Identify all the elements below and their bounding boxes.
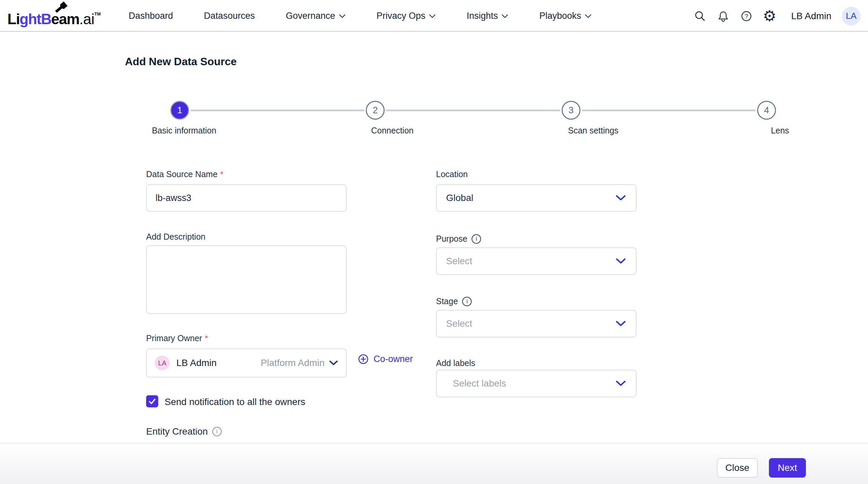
entity-creation-label: Entity Creation i	[146, 426, 222, 437]
location-label: Location	[436, 170, 468, 179]
data-source-name-input[interactable]	[146, 184, 347, 212]
close-button[interactable]: Close	[717, 458, 758, 478]
nav-item-insights[interactable]: Insights	[467, 11, 508, 21]
label-text: Location	[436, 170, 468, 179]
chevron-down-icon	[616, 321, 626, 327]
required-asterisk: *	[220, 170, 223, 179]
lightbeam-logo[interactable]: LightBeam.aiTM	[7, 5, 98, 28]
nav-item-label: Insights	[467, 11, 498, 21]
purpose-placeholder: Select	[446, 256, 472, 267]
owner-name: LB Admin	[176, 358, 217, 368]
nav-item-label: Governance	[286, 11, 335, 21]
nav-item-governance[interactable]: Governance	[286, 11, 346, 21]
add-co-owner-button[interactable]: Co-owner	[358, 354, 413, 364]
label-text: Entity Creation	[146, 426, 208, 437]
primary-owner-label: Primary Owner *	[146, 333, 208, 343]
nav-item-label: Playbooks	[539, 11, 581, 21]
checkmark-icon	[148, 397, 157, 406]
description-label: Add Description	[146, 232, 205, 242]
plus-circle-icon	[358, 354, 369, 364]
user-avatar[interactable]: LA	[842, 7, 861, 26]
step-connector	[386, 110, 560, 111]
user-menu[interactable]: LB Admin	[791, 11, 831, 22]
notifications-bell-icon[interactable]	[717, 10, 730, 23]
next-button[interactable]: Next	[769, 458, 806, 478]
info-glyph: i	[216, 428, 218, 435]
add-labels-label: Add labels	[436, 358, 475, 368]
settings-gear-icon[interactable]: ⚙	[763, 10, 776, 23]
stage-select[interactable]: Select	[436, 310, 637, 337]
owner-avatar: LA	[155, 356, 169, 370]
location-select[interactable]: Global	[436, 184, 637, 212]
main-nav: Dashboard Datasources Governance Privacy…	[129, 0, 592, 32]
stage-placeholder: Select	[446, 318, 472, 329]
purpose-select[interactable]: Select	[436, 247, 637, 275]
chevron-down-icon	[329, 360, 338, 366]
step-number: 4	[764, 105, 769, 116]
logo-part: eam	[51, 11, 79, 27]
logo-part: Li	[7, 11, 20, 27]
step-label-basic-information: Basic information	[152, 126, 216, 135]
send-notification-checkbox[interactable]	[146, 395, 158, 407]
nav-item-privacy-ops[interactable]: Privacy Ops	[377, 11, 436, 21]
logo-part-accent: ghtB	[20, 11, 51, 27]
help-icon[interactable]: ?	[740, 10, 753, 23]
logo-part-ai: .ai	[79, 11, 94, 27]
step-connector	[190, 110, 365, 111]
step-number: 1	[177, 105, 182, 116]
gear-glyph: ⚙	[763, 10, 776, 23]
chevron-down-icon	[616, 195, 626, 201]
page-title: Add New Data Source	[125, 56, 237, 68]
chevron-down-icon	[616, 381, 626, 387]
add-labels-select[interactable]: Select labels	[436, 370, 637, 397]
owner-role-value: Platform Admin	[261, 358, 324, 368]
chevron-down-icon	[339, 14, 346, 18]
owner-role-dropdown[interactable]: Platform Admin	[261, 358, 338, 368]
description-textarea[interactable]	[146, 245, 347, 314]
svg-text:?: ?	[745, 13, 748, 20]
nav-item-dashboard[interactable]: Dashboard	[129, 11, 173, 21]
send-notification-label: Send notification to all the owners	[164, 397, 305, 407]
step-number: 2	[373, 105, 378, 116]
primary-owner-select[interactable]: LA LB Admin Platform Admin	[146, 349, 347, 377]
header-actions: ? ⚙ LB Admin LA	[694, 0, 861, 32]
location-value: Global	[446, 192, 473, 203]
chevron-down-icon	[585, 14, 592, 18]
add-labels-placeholder: Select labels	[453, 378, 506, 389]
nav-item-datasources[interactable]: Datasources	[204, 11, 255, 21]
app-root: LightBeam.aiTM Dashboard Datasources Gov…	[0, 0, 868, 484]
step-number: 3	[568, 105, 574, 116]
step-circle-basic-information: 1	[170, 101, 189, 120]
required-asterisk: *	[205, 334, 208, 343]
label-text: Purpose	[436, 234, 467, 244]
step-circle-connection: 2	[366, 101, 384, 120]
entity-creation-info-icon[interactable]: i	[212, 427, 222, 436]
label-text: Add labels	[436, 358, 475, 368]
label-text: Add Description	[146, 232, 205, 242]
nav-item-label: Datasources	[204, 11, 255, 21]
purpose-label: Purpose i	[436, 234, 481, 244]
data-source-name-label: Data Source Name *	[146, 170, 223, 179]
stage-info-icon[interactable]: i	[462, 297, 472, 306]
step-label-connection: Connection	[371, 126, 413, 135]
wizard-footer: Close Next	[0, 443, 868, 484]
logo-trademark: TM	[94, 11, 101, 17]
label-text: Data Source Name	[146, 170, 218, 179]
label-text: Stage	[436, 297, 458, 306]
info-glyph: i	[476, 236, 477, 242]
purpose-info-icon[interactable]: i	[472, 234, 481, 244]
step-connector	[582, 110, 756, 111]
step-label-scan-settings: Scan settings	[568, 126, 618, 135]
step-label-lens: Lens	[771, 126, 789, 135]
search-icon[interactable]	[694, 10, 706, 23]
logo-text: LightBeam.aiTM	[7, 11, 101, 28]
info-glyph: i	[466, 298, 468, 305]
nav-item-label: Dashboard	[129, 11, 173, 21]
nav-item-playbooks[interactable]: Playbooks	[539, 11, 592, 21]
stage-label: Stage i	[436, 297, 472, 306]
co-owner-label: Co-owner	[374, 354, 413, 364]
label-text: Primary Owner	[146, 333, 202, 343]
step-circle-scan-settings: 3	[562, 101, 581, 120]
chevron-down-icon	[501, 14, 508, 18]
top-navigation-bar: LightBeam.aiTM Dashboard Datasources Gov…	[0, 0, 868, 32]
